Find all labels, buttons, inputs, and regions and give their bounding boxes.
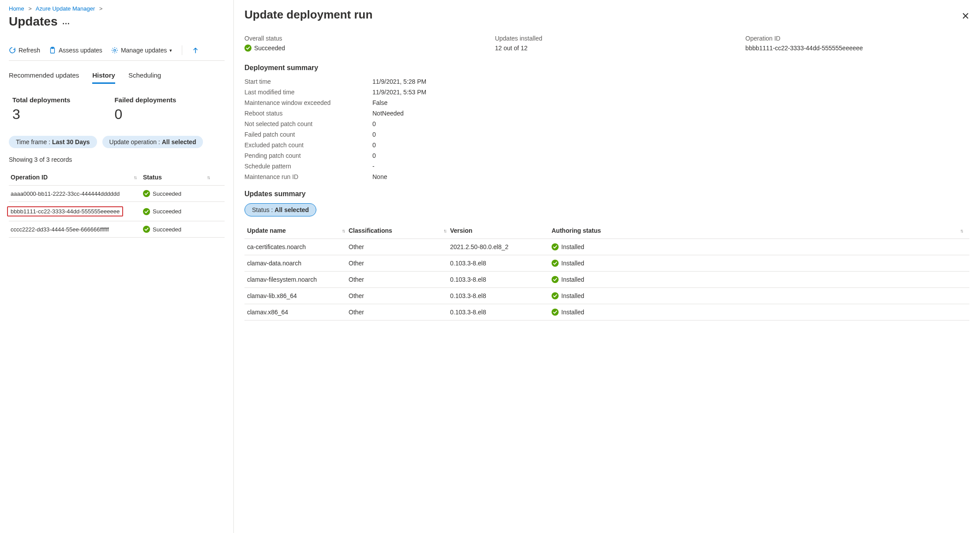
assess-updates-button[interactable]: Assess updates (49, 47, 102, 54)
panel-title: Update deployment run (244, 8, 969, 22)
sort-icon: ↑↓ (134, 175, 136, 180)
success-icon (143, 226, 150, 233)
kv-value: None (372, 171, 426, 182)
filter-timeframe[interactable]: Time frame : Last 30 Days (9, 136, 97, 148)
cell-update-name: clamav-filesystem.noarch (247, 276, 349, 283)
updates-grid-header: Update name ↑↓ Classifications ↑↓ Versio… (244, 223, 969, 239)
filter-operation[interactable]: Update operation : All selected (102, 136, 203, 148)
table-row[interactable]: aaaa0000-bb11-2222-33cc-444444ddddddSucc… (9, 186, 225, 202)
cell-authoring-status: Installed (552, 309, 967, 316)
cell-version: 0.103.3-8.el8 (450, 260, 552, 267)
kv-row: Pending patch count0 (244, 150, 426, 161)
table-row[interactable]: clamav-filesystem.noarchOther0.103.3-8.e… (244, 272, 969, 288)
success-icon (244, 45, 252, 52)
stat-failed-value: 0 (114, 106, 176, 123)
assess-label: Assess updates (59, 47, 102, 54)
stat-total-value: 3 (12, 106, 70, 123)
sort-icon: ↑↓ (342, 228, 344, 233)
status-filter-label: Status : (252, 206, 274, 213)
close-icon[interactable]: ✕ (961, 11, 969, 22)
table-row[interactable]: bbbb1111-cc22-3333-44dd-555555eeeeeeSucc… (9, 202, 225, 221)
chevron-down-icon: ▾ (169, 48, 172, 53)
tab-recommended[interactable]: Recommended updates (9, 71, 79, 84)
stat-total-label: Total deployments (12, 96, 70, 104)
records-count: Showing 3 of 3 records (9, 156, 225, 163)
cell-version: 0.103.3-8.el8 (450, 276, 552, 283)
table-row[interactable]: clamav-lib.x86_64Other0.103.3-8.el8Insta… (244, 288, 969, 304)
refresh-button[interactable]: Refresh (9, 47, 40, 54)
breadcrumb-azure-update-manager[interactable]: Azure Update Manager (36, 5, 95, 12)
updates-installed-value: 12 out of 12 (495, 45, 719, 52)
table-row[interactable]: ca-certificates.noarchOther2021.2.50-80.… (244, 239, 969, 255)
updates-filter: Status : All selected (244, 203, 969, 216)
more-icon[interactable]: … (62, 17, 70, 26)
filter-operation-value: All selected (162, 138, 196, 145)
cell-authoring-status: Installed (552, 243, 967, 250)
cell-classification: Other (349, 260, 450, 267)
tab-history[interactable]: History (92, 71, 115, 84)
cell-classification: Other (349, 309, 450, 316)
kv-key: Excluded patch count (244, 140, 372, 150)
table-row[interactable]: clamav.x86_64Other0.103.3-8.el8Installed (244, 304, 969, 321)
breadcrumb-home[interactable]: Home (9, 5, 24, 12)
kv-key: Not selected patch count (244, 119, 372, 129)
column-status[interactable]: Status ↑↓ (143, 174, 209, 181)
cell-update-name: clamav-lib.x86_64 (247, 292, 349, 299)
sort-icon: ↑↓ (443, 228, 446, 233)
clipboard-icon (49, 47, 56, 54)
cell-authoring-status: Installed (552, 260, 967, 267)
filter-pills: Time frame : Last 30 Days Update operati… (9, 136, 225, 148)
success-icon (552, 309, 559, 316)
sort-icon: ↑↓ (960, 228, 962, 233)
kv-row: Schedule pattern- (244, 161, 426, 171)
tab-scheduling[interactable]: Scheduling (128, 71, 161, 84)
cell-authoring-status: Installed (552, 276, 967, 283)
cell-update-name: clamav-data.noarch (247, 260, 349, 267)
filter-timeframe-value: Last 30 Days (52, 138, 90, 145)
gear-icon (111, 47, 118, 54)
kv-row: Maintenance run IDNone (244, 171, 426, 182)
operation-id-value: bbbb1111-cc22-3333-44dd-555555eeeeee (745, 45, 969, 52)
column-operation-id[interactable]: Operation ID ↑↓ (11, 174, 143, 181)
overall-status-value: Succeeded (244, 45, 469, 52)
stat-total: Total deployments 3 (12, 96, 70, 123)
status-filter[interactable]: Status : All selected (244, 203, 316, 216)
column-update-name[interactable]: Update name ↑↓ (247, 227, 349, 234)
success-icon (552, 260, 559, 267)
kv-row: Failed patch count0 (244, 129, 426, 140)
deployment-summary-title: Deployment summary (244, 64, 969, 72)
table-row[interactable]: cccc2222-dd33-4444-55ee-666666ffffffSucc… (9, 221, 225, 238)
kv-key: Start time (244, 76, 372, 87)
kv-row: Reboot statusNotNeeded (244, 108, 426, 119)
stat-failed-label: Failed deployments (114, 96, 176, 104)
arrow-up-button[interactable] (192, 47, 199, 54)
updates-summary-title: Updates summary (244, 190, 969, 198)
kv-key: Reboot status (244, 108, 372, 119)
sort-icon: ↑↓ (207, 175, 209, 180)
kv-value: 0 (372, 140, 426, 150)
deployments-grid: Operation ID ↑↓ Status ↑↓ aaaa0000-bb11-… (9, 169, 225, 238)
manage-updates-button[interactable]: Manage updates ▾ (111, 47, 172, 54)
column-version[interactable]: Version (450, 227, 552, 234)
breadcrumb-sep: > (99, 5, 103, 12)
cell-classification: Other (349, 276, 450, 283)
toolbar: Refresh Assess updates Manage updates ▾ (9, 41, 225, 61)
deployment-summary-table: Start time11/9/2021, 5:28 PMLast modifie… (244, 76, 426, 182)
table-row[interactable]: clamav-data.noarchOther0.103.3-8.el8Inst… (244, 255, 969, 272)
kv-value: - (372, 161, 426, 171)
filter-timeframe-label: Time frame : (16, 138, 52, 145)
success-icon (552, 292, 559, 299)
kv-row: Start time11/9/2021, 5:28 PM (244, 76, 426, 87)
kv-row: Excluded patch count0 (244, 140, 426, 150)
column-authoring-status[interactable]: Authoring status ↑↓ (552, 227, 967, 234)
svg-point-3 (114, 49, 116, 51)
kv-value: 11/9/2021, 5:28 PM (372, 76, 426, 87)
page-title: Updates … (9, 15, 225, 29)
overview-row: Overall status Succeeded Updates install… (244, 35, 969, 52)
kv-value: False (372, 97, 426, 108)
kv-value: 0 (372, 129, 426, 140)
column-classifications[interactable]: Classifications ↑↓ (349, 227, 450, 234)
refresh-label: Refresh (19, 47, 40, 54)
cell-classification: Other (349, 292, 450, 299)
kv-key: Failed patch count (244, 129, 372, 140)
